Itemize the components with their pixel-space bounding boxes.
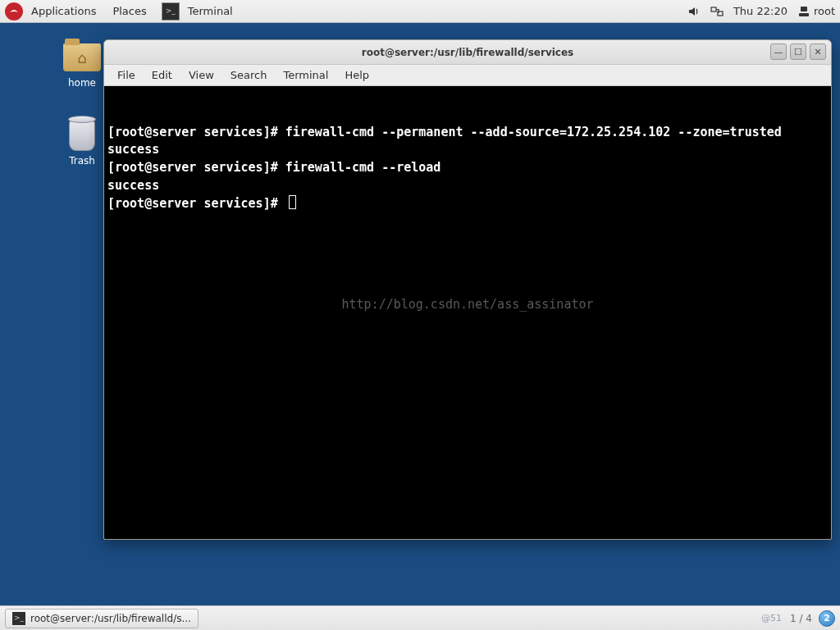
window-title: root@server:/usr/lib/firewalld/services (104, 47, 831, 58)
places-menu[interactable]: Places (104, 0, 154, 22)
faint-overlay-text: @51 (761, 613, 782, 623)
terminal-line: [root@server services]# firewall-cmd --p… (107, 124, 828, 142)
menu-search[interactable]: Search (222, 66, 276, 84)
watermark-text: http://blog.csdn.net/ass_assinator (341, 296, 593, 314)
svg-rect-2 (801, 7, 807, 11)
user-icon (797, 5, 810, 18)
distro-logo-icon[interactable] (5, 2, 23, 21)
menu-terminal[interactable]: Terminal (275, 66, 336, 84)
svg-rect-3 (799, 13, 809, 16)
terminal-window: root@server:/usr/lib/firewalld/services … (103, 39, 832, 540)
menu-help[interactable]: Help (336, 66, 377, 84)
workspace-indicator[interactable]: 1 / 4 (783, 613, 819, 624)
terminal-viewport[interactable]: [root@server services]# firewall-cmd --p… (104, 86, 831, 539)
applications-menu[interactable]: Applications (23, 0, 104, 22)
menu-file[interactable]: File (109, 66, 144, 84)
notification-badge[interactable]: 2 (819, 610, 835, 627)
bottom-panel: >_ root@server:/usr/lib/firewalld/s... @… (0, 605, 840, 630)
top-panel: Applications Places >_ Terminal Thu 22:2… (0, 0, 840, 23)
terminal-cursor (289, 195, 296, 209)
folder-icon: ⌂ (63, 43, 101, 71)
taskbar-terminal-icon: >_ (12, 612, 25, 625)
panel-app-label[interactable]: Terminal (180, 0, 241, 22)
menu-view[interactable]: View (180, 66, 222, 84)
maximize-button[interactable]: ☐ (790, 43, 806, 60)
clock[interactable]: Thu 22:20 (728, 0, 792, 22)
svg-rect-0 (711, 7, 716, 11)
terminal-line: [root@server services]# firewall-cmd --r… (107, 159, 828, 177)
user-label: root (814, 5, 835, 17)
panel-app-icon[interactable]: >_ (162, 2, 180, 21)
close-button[interactable]: ✕ (810, 43, 826, 60)
menubar: File Edit View Search Terminal Help (104, 65, 831, 86)
terminal-line: [root@server services]# (107, 195, 828, 213)
menu-edit[interactable]: Edit (144, 66, 180, 84)
window-titlebar[interactable]: root@server:/usr/lib/firewalld/services … (104, 40, 831, 65)
taskbar-entry[interactable]: >_ root@server:/usr/lib/firewalld/s... (5, 609, 199, 628)
trash-icon (69, 120, 95, 151)
terminal-line: success (107, 141, 828, 159)
taskbar-entry-label: root@server:/usr/lib/firewalld/s... (30, 613, 191, 624)
terminal-line: success (107, 177, 828, 195)
minimize-button[interactable]: — (770, 43, 787, 60)
network-icon[interactable] (705, 0, 728, 22)
user-menu[interactable]: root (792, 0, 840, 22)
volume-icon[interactable] (682, 0, 705, 22)
